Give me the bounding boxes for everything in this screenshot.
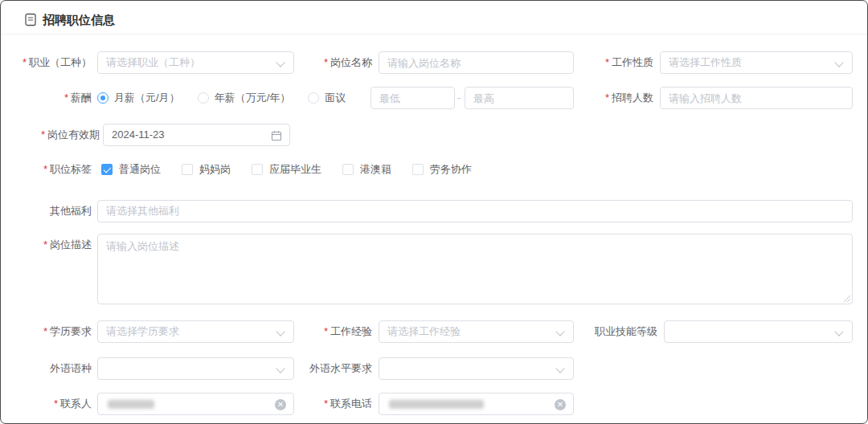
checkbox-icon[interactable] [252,164,263,175]
recruitment-job-form-panel: 招聘职位信息 *职业（工种） 请选择职业（工种） *岗位名称 *工作性质 请选择… [0,0,868,424]
benefits-label: 其他福利 [18,200,92,222]
description-label: *岗位描述 [18,234,92,256]
salary-radio-yearly[interactable]: 年薪（万元/年） [198,91,291,105]
skill-level-label: 职业技能等级 [574,320,657,343]
job-name-input[interactable] [379,51,574,74]
occupation-select[interactable]: 请选择职业（工种） [97,51,294,74]
date-value: 2024-11-23 [104,124,289,145]
salary-radio-group: 月薪（元/月） 年薪（万元/年） 面议 [97,87,346,109]
tags-checkbox-group: 普通岗位 妈妈岗 应届毕业生 港澳籍 劳务协作 [101,161,472,177]
salary-label: *薪酬 [18,87,92,109]
clear-circle-icon[interactable]: ✕ [555,399,566,410]
salary-radio-monthly[interactable]: 月薪（元/月） [97,91,180,105]
education-label: *学历要求 [18,320,92,343]
radio-selected-icon[interactable] [97,92,108,104]
radio-icon[interactable] [198,92,209,104]
description-textarea-wrap [97,234,853,304]
tag-checkbox-labor-cooperation[interactable]: 劳务协作 [412,162,472,177]
valid-until-label: *岗位有效期 [18,124,100,146]
experience-select[interactable]: 请选择工作经验 [379,320,574,343]
skill-level-select[interactable] [664,320,853,343]
contact-phone-label: *联系电话 [294,393,372,415]
radio-icon[interactable] [308,92,319,104]
salary-radio-negotiable[interactable]: 面议 [308,91,346,105]
language-level-label: 外语水平要求 [294,357,372,380]
foreign-language-label: 外语语种 [18,357,92,380]
calendar-icon [271,130,282,141]
job-nature-label: *工作性质 [574,51,653,74]
tag-checkbox-normal-post[interactable]: 普通岗位 [101,162,161,177]
redacted-contact-name-value [108,400,154,409]
tags-label: *职位标签 [18,161,92,177]
salary-max-input[interactable] [465,87,574,109]
header-divider [1,34,867,35]
benefits-select[interactable]: 请选择其他福利 [97,200,853,222]
headcount-input[interactable] [660,87,853,109]
checkbox-icon[interactable] [412,164,424,175]
foreign-language-select[interactable] [97,357,294,380]
tag-checkbox-fresh-graduate[interactable]: 应届毕业生 [252,162,321,177]
language-level-select[interactable] [379,357,574,380]
education-select[interactable]: 请选择学历要求 [97,320,294,343]
occupation-label: *职业（工种） [18,51,92,74]
contact-phone-input[interactable]: ✕ [379,393,574,415]
redacted-contact-phone-value [389,400,484,409]
contact-name-label: *联系人 [18,393,92,415]
description-textarea[interactable] [98,234,852,304]
experience-label: *工作经验 [294,320,372,343]
checkbox-icon[interactable] [342,164,354,175]
headcount-label: *招聘人数 [574,87,653,109]
job-name-label: *岗位名称 [294,51,372,74]
salary-min-input[interactable] [371,87,455,109]
checkbox-checked-icon[interactable] [101,164,113,175]
tag-checkbox-hk-macau[interactable]: 港澳籍 [342,162,391,177]
checkbox-icon[interactable] [182,164,193,175]
document-icon [25,13,36,26]
tag-checkbox-mother-post[interactable]: 妈妈岗 [182,162,231,177]
job-nature-select[interactable]: 请选择工作性质 [660,51,853,74]
valid-until-date-picker[interactable]: 2024-11-23 [103,124,290,146]
page-title: 招聘职位信息 [43,10,115,30]
salary-range-separator: - [455,87,463,109]
contact-name-input[interactable]: ✕ [97,393,294,415]
clear-circle-icon[interactable]: ✕ [275,399,286,410]
